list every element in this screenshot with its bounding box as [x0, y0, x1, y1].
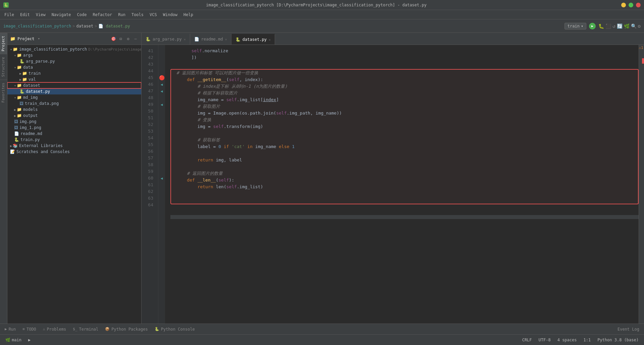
- sidebar-settings-button[interactable]: ⚙: [125, 36, 131, 42]
- sync-button[interactable]: 🔄: [617, 23, 623, 29]
- tree-item-models[interactable]: ▶ 📁 models: [7, 107, 141, 113]
- git-button[interactable]: 🌿: [624, 23, 630, 29]
- train-py-icon: 🐍: [14, 137, 19, 142]
- tree-item-train-data-png[interactable]: 🖼 train_data.png: [7, 100, 141, 107]
- search-button[interactable]: 🔍: [631, 23, 637, 29]
- menu-window[interactable]: Window: [160, 11, 180, 18]
- tab-arg-parse[interactable]: 🐍 arg_parse.py ✕: [142, 34, 190, 45]
- breadcrumb-project[interactable]: image_classification_pytorch: [3, 24, 71, 28]
- close-button[interactable]: [636, 3, 641, 7]
- code-line-48: img_name = self.img_list[index]: [171, 96, 638, 103]
- coverage-button[interactable]: ⬛: [605, 23, 611, 29]
- error-marker: [642, 58, 644, 64]
- sidebar-dropdown-icon[interactable]: ▾: [38, 37, 40, 41]
- tab-readme[interactable]: 📄 readme.md ✕: [190, 34, 231, 45]
- tree-root[interactable]: ▾ 📁 image_classification_pytorch D:\Pych…: [7, 46, 141, 52]
- bottom-tab-event-log[interactable]: Event Log: [614, 325, 643, 334]
- tree-item-img1-png[interactable]: 🖼 img_1.png: [7, 125, 141, 131]
- models-name: models: [23, 107, 38, 112]
- menu-code[interactable]: Code: [74, 11, 90, 18]
- code-editor[interactable]: 41 42 43 44 45 46 47 48 49 50 51 52 53 5…: [142, 45, 644, 324]
- bottom-tab-problems[interactable]: ⚠ Problems: [40, 325, 69, 334]
- tree-item-dataset-py[interactable]: 🐍 dataset.py: [7, 88, 141, 94]
- run-configuration[interactable]: train ▾: [565, 23, 586, 29]
- tree-item-readme[interactable]: 📄 readme.md: [7, 131, 141, 137]
- bottom-tab-todo[interactable]: ≡ TODO: [19, 325, 40, 334]
- rebuild-button[interactable]: ↺: [612, 23, 615, 29]
- tree-item-external-libs[interactable]: ▶ 📚 External Libraries: [7, 143, 141, 149]
- bookmark-49[interactable]: ◀: [161, 102, 163, 107]
- menu-file[interactable]: File: [2, 11, 17, 18]
- bookmark-60[interactable]: ◀: [161, 176, 163, 181]
- tree-item-arg-parse[interactable]: 🐍 arg_parse.py: [7, 58, 141, 64]
- line-num-56: 56: [142, 148, 155, 155]
- bookmark-47[interactable]: ◀: [161, 89, 163, 93]
- menu-refactor[interactable]: Refactor: [90, 11, 115, 18]
- bookmark-46[interactable]: ◀: [161, 82, 163, 87]
- run-button[interactable]: ▶: [589, 23, 596, 29]
- readme-name: readme.md: [20, 131, 42, 136]
- img1-png-icon: 🖼: [14, 125, 18, 130]
- code-line-64: [170, 206, 639, 212]
- tree-item-args[interactable]: ▾ 📁 args: [7, 52, 141, 58]
- menu-vcs[interactable]: VCS: [147, 11, 160, 18]
- favorites-side-tab[interactable]: Favorites: [0, 80, 7, 106]
- menu-run[interactable]: Run: [115, 11, 128, 18]
- tree-item-train-py[interactable]: 🐍 train.py: [7, 137, 141, 143]
- left-side-tabs: Project Structure Favorites: [0, 33, 7, 324]
- tree-item-train[interactable]: ▶ 📁 train: [7, 70, 141, 76]
- run-status[interactable]: ▶: [26, 338, 33, 342]
- position-status[interactable]: 1:1: [581, 338, 593, 342]
- collapse-all-button[interactable]: ⊟: [118, 36, 124, 42]
- gutter-46: ◀: [158, 81, 165, 88]
- python-version-status[interactable]: Python 3.8 (base): [595, 338, 641, 342]
- menu-help[interactable]: Help: [181, 11, 196, 18]
- tab-arg-parse-close[interactable]: ✕: [184, 38, 186, 41]
- code-content[interactable]: self.normalize ]) # 返回图片和标签 可以对图片做一些变换 d…: [165, 45, 639, 324]
- bottom-tab-terminal[interactable]: $_ Terminal: [69, 325, 102, 334]
- bottom-tab-run[interactable]: ▶ Run: [1, 325, 19, 334]
- tree-item-img-png[interactable]: 🖼 img.png: [7, 119, 141, 125]
- code-line-45: def __getitem__(self, index):: [171, 76, 638, 83]
- tab-dataset-close[interactable]: ✕: [269, 38, 271, 42]
- indent-status[interactable]: 4 spaces: [555, 338, 579, 342]
- line-num-47: 47: [142, 88, 155, 94]
- encoding-status[interactable]: UTF-8: [537, 338, 553, 342]
- dataset-py-icon: 🐍: [19, 89, 24, 94]
- structure-side-tab[interactable]: Structure: [0, 54, 7, 80]
- maximize-button[interactable]: [629, 3, 633, 7]
- git-icon: 🌿: [5, 338, 10, 342]
- settings-button[interactable]: ⚙: [638, 23, 641, 29]
- minimize-button[interactable]: [621, 3, 626, 7]
- breadcrumb-dataset[interactable]: dataset: [76, 24, 94, 28]
- tree-item-output[interactable]: ▶ 📁 output: [7, 113, 141, 119]
- sidebar-minimize-button[interactable]: —: [132, 36, 139, 42]
- tree-item-val[interactable]: ▶ 📁 val: [7, 76, 141, 82]
- tab-dataset-py[interactable]: 🐍 dataset.py ✕: [231, 34, 275, 45]
- git-branch-status[interactable]: 🌿 main: [3, 338, 23, 342]
- img-png-name: img.png: [19, 119, 37, 124]
- line-num-60: 60: [142, 175, 155, 182]
- locate-file-button[interactable]: 🎯: [110, 36, 116, 42]
- run-config-arrow: ▾: [581, 24, 583, 28]
- menu-edit[interactable]: Edit: [17, 11, 33, 18]
- tab-readme-close[interactable]: ✕: [225, 38, 227, 41]
- tree-item-scratches[interactable]: 📝 Scratches and Consoles: [7, 149, 141, 155]
- debug-button[interactable]: 🐛: [598, 23, 604, 29]
- code-line-57: return img, label: [171, 157, 638, 163]
- menu-view[interactable]: View: [33, 11, 48, 18]
- menu-tools[interactable]: Tools: [129, 11, 146, 18]
- horizontal-scrollbar[interactable]: [170, 215, 639, 219]
- tree-item-dataset[interactable]: ▾ 📁 dataset: [7, 82, 141, 88]
- tree-item-md-img[interactable]: ▾ 📁 md_img: [7, 94, 141, 100]
- bottom-tab-python-packages[interactable]: 📦 Python Packages: [102, 325, 151, 334]
- python-console-label: Python Console: [161, 327, 195, 332]
- bottom-tab-python-console[interactable]: 🐍 Python Console: [151, 325, 198, 334]
- project-side-tab[interactable]: Project: [0, 33, 7, 54]
- breakpoint-45[interactable]: 🔴: [159, 75, 165, 80]
- tree-item-data[interactable]: ▾ 📁 data: [7, 64, 141, 70]
- ext-libs-arrow: ▶: [10, 144, 12, 148]
- breadcrumb-file[interactable]: 📄 dataset.py: [98, 24, 130, 28]
- crlf-status[interactable]: CRLF: [520, 338, 534, 342]
- menu-navigate[interactable]: Navigate: [49, 11, 74, 18]
